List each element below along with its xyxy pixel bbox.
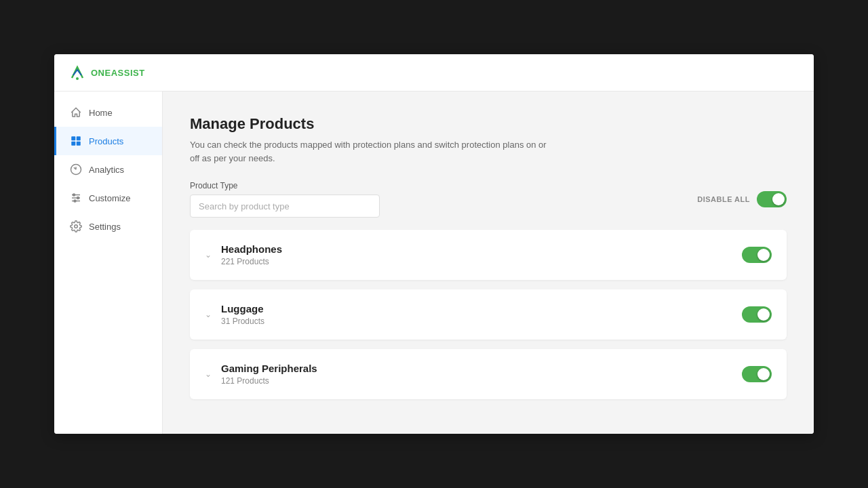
toggle-luggage[interactable]: [742, 306, 772, 323]
sidebar-item-products[interactable]: Products: [54, 127, 162, 155]
home-icon: [70, 106, 82, 119]
chevron-down-icon-headphones[interactable]: ⌄: [205, 250, 212, 260]
toggle-gaming-peripherals[interactable]: [742, 366, 772, 382]
disable-all-label: DISABLE ALL: [697, 195, 750, 203]
svg-point-9: [77, 197, 79, 199]
product-count-headphones: 221 Products: [221, 257, 732, 266]
product-info-luggage: Luggage 31 Products: [221, 303, 732, 326]
product-card-headphones: ⌄ Headphones 221 Products: [190, 230, 787, 280]
filter-left: Product Type: [190, 181, 380, 218]
svg-rect-3: [71, 142, 75, 146]
product-count-luggage: 31 Products: [221, 317, 732, 326]
products-icon: [70, 135, 82, 147]
svg-rect-4: [77, 142, 81, 146]
page-title: Manage Products: [190, 115, 787, 133]
logo-text: OneAssist: [91, 68, 145, 78]
sidebar-item-analytics-label: Analytics: [89, 165, 124, 175]
svg-point-10: [74, 200, 76, 202]
page-description: You can check the products mapped with p…: [190, 138, 556, 165]
sidebar-item-products-label: Products: [89, 136, 123, 146]
product-name-luggage: Luggage: [221, 303, 732, 314]
product-info-headphones: Headphones 221 Products: [221, 243, 732, 266]
customize-icon: [70, 192, 82, 204]
app-window: OneAssist Home Products: [54, 54, 814, 434]
svg-point-11: [75, 225, 78, 228]
product-name-gaming-peripherals: Gaming Peripherals: [221, 363, 732, 374]
body-layout: Home Products Analytics Cu: [54, 92, 814, 434]
disable-all-toggle[interactable]: [757, 191, 787, 207]
product-count-gaming-peripherals: 121 Products: [221, 376, 732, 386]
sidebar-item-analytics[interactable]: Analytics: [54, 155, 162, 184]
product-type-label: Product Type: [190, 181, 380, 190]
sidebar-item-customize-label: Customize: [89, 193, 130, 203]
svg-rect-2: [77, 136, 81, 140]
logo-area: OneAssist: [68, 63, 145, 82]
chevron-down-icon-luggage[interactable]: ⌄: [205, 310, 212, 319]
product-info-gaming-peripherals: Gaming Peripherals 121 Products: [221, 363, 732, 386]
product-card-luggage: ⌄ Luggage 31 Products: [190, 289, 787, 340]
svg-point-0: [76, 77, 79, 80]
search-input[interactable]: [190, 195, 380, 218]
toggle-headphones[interactable]: [742, 247, 772, 263]
main-content: Manage Products You can check the produc…: [163, 92, 814, 434]
sidebar-item-home[interactable]: Home: [54, 98, 162, 127]
product-name-headphones: Headphones: [221, 243, 732, 255]
svg-rect-1: [71, 136, 75, 140]
disable-all-row: DISABLE ALL: [697, 191, 787, 207]
sidebar-item-customize[interactable]: Customize: [54, 184, 162, 212]
logo-icon: [68, 63, 87, 82]
sidebar-item-settings[interactable]: Settings: [54, 212, 162, 241]
svg-point-8: [73, 194, 75, 196]
filter-row: Product Type DISABLE ALL: [190, 181, 787, 218]
sidebar: Home Products Analytics Cu: [54, 92, 163, 434]
sidebar-item-home-label: Home: [89, 108, 113, 118]
analytics-icon: [70, 163, 82, 176]
settings-icon: [70, 220, 82, 232]
header: OneAssist: [54, 54, 814, 92]
chevron-down-icon-gaming[interactable]: ⌄: [205, 369, 212, 379]
sidebar-item-settings-label: Settings: [89, 222, 121, 232]
product-card-gaming-peripherals: ⌄ Gaming Peripherals 121 Products: [190, 349, 787, 399]
